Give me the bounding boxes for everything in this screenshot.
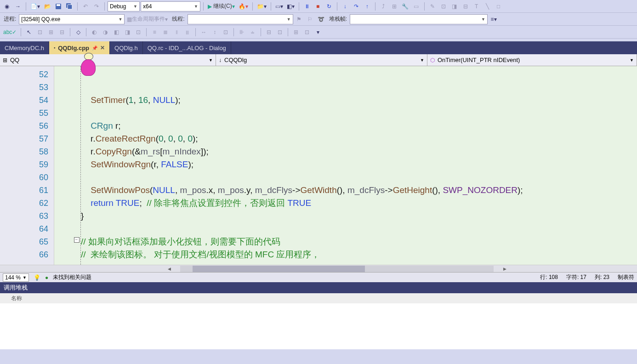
- ed-9-button[interactable]: ⊡: [133, 27, 143, 37]
- edit-2-button[interactable]: ⊡: [438, 1, 449, 11]
- thread-dropdown[interactable]: ▼: [188, 14, 293, 24]
- go-button[interactable]: ➰: [316, 14, 326, 24]
- tabs-indicator[interactable]: 制表符: [618, 273, 634, 281]
- breakpoint-margin[interactable]: [54, 66, 73, 265]
- sz-2-button[interactable]: ↕: [210, 27, 220, 37]
- guides-button[interactable]: ⊡: [302, 27, 312, 37]
- ed-2-button[interactable]: ⊞: [46, 27, 56, 37]
- lifecycle-button[interactable]: ▦ 生命周期事件 ▾: [125, 14, 169, 24]
- stackframe-dropdown[interactable]: ▼: [350, 14, 488, 24]
- toolbar-debug: 进程: [32548] QQ.exe▼ ▦ 生命周期事件 ▾ 线程: ▼ ⚑ ⚐…: [0, 13, 637, 26]
- code-content[interactable]: SetTimer(1, 16, NULL); CRgn r; r.CreateR…: [81, 66, 637, 265]
- stackframe-label: 堆栈帧:: [327, 15, 349, 23]
- bookmark-button[interactable]: ◇: [73, 27, 83, 37]
- step-into-button[interactable]: ↓: [340, 1, 350, 11]
- issues-text: 未找到相关问题: [53, 273, 91, 281]
- overflow-button[interactable]: ≡▾: [489, 14, 499, 24]
- cursor-button[interactable]: ↖: [24, 27, 34, 37]
- folder-button[interactable]: 📁▾: [256, 1, 268, 11]
- new-item-button[interactable]: 📄▾: [29, 1, 41, 11]
- config-dropdown[interactable]: Debug▼: [108, 1, 140, 11]
- layout-button[interactable]: ▭▾: [274, 1, 284, 11]
- tab-qq-rc[interactable]: QQ.rc - IDD_...ALOG - Dialog: [143, 41, 231, 54]
- nav-back-button[interactable]: ◉: [2, 1, 12, 11]
- ed-5-button[interactable]: ◐: [89, 27, 99, 37]
- undo-button[interactable]: ↶: [80, 1, 91, 11]
- nav-fwd-button[interactable]: →: [13, 1, 23, 11]
- ar-2-button[interactable]: ⊡: [275, 27, 285, 37]
- save-button[interactable]: [53, 1, 63, 11]
- grid-button[interactable]: ⊞: [291, 27, 301, 37]
- ed-8-button[interactable]: ◨: [122, 27, 132, 37]
- stop-button[interactable]: ■: [313, 1, 323, 11]
- spellcheck-button[interactable]: abc✓: [2, 27, 18, 37]
- scroll-left-button[interactable]: ◀: [165, 267, 173, 271]
- al-2-button[interactable]: ≣: [160, 27, 171, 37]
- pause-button[interactable]: ⏸: [302, 1, 312, 11]
- flag-1-button[interactable]: ⚑: [294, 14, 304, 24]
- misc-3-button[interactable]: ▭: [411, 1, 421, 11]
- edit-1-button[interactable]: ✎: [427, 1, 438, 11]
- sz-1-button[interactable]: ↔: [199, 27, 209, 37]
- check-icon: ●: [45, 274, 48, 281]
- toolbar-editor: abc✓ ↖ ⊡ ⊞ ⊟ ◇ ◐ ◑ ◧ ◨ ⊡ ≡ ≣ ⫴ ⫼ ↔ ↕ ⊡ ⊪…: [0, 26, 637, 39]
- col-indicator[interactable]: 列: 23: [595, 273, 609, 281]
- lightbulb-icon[interactable]: 💡: [34, 274, 40, 281]
- ed-7-button[interactable]: ◧: [111, 27, 121, 37]
- al-4-button[interactable]: ⫼: [182, 27, 193, 37]
- tab-cmemorydc[interactable]: CMemoryDC.h: [0, 41, 49, 54]
- ed-3-button[interactable]: ⊟: [57, 27, 67, 37]
- method-icon: ⬡: [430, 57, 435, 63]
- platform-dropdown[interactable]: x64▼: [141, 1, 200, 11]
- edit-4-button[interactable]: ⊟: [461, 1, 471, 11]
- member-dropdown[interactable]: ⬡ OnTimer(UINT_PTR nIDEvent)▼: [427, 54, 637, 66]
- code-editor[interactable]: 525354555657585960616263646566 − SetTime…: [0, 66, 637, 265]
- save-all-button[interactable]: [64, 1, 74, 11]
- sp-1-button[interactable]: ⊪: [237, 27, 247, 37]
- ed-1-button[interactable]: ⊡: [35, 27, 45, 37]
- text-button[interactable]: T: [472, 1, 482, 11]
- hot-reload-button[interactable]: 🔥▾: [237, 1, 250, 11]
- ar-1-button[interactable]: ⊟: [264, 27, 274, 37]
- process-dropdown[interactable]: [32548] QQ.exe▼: [19, 14, 125, 24]
- step-out-button[interactable]: ↑: [362, 1, 372, 11]
- pin-icon[interactable]: 📌: [92, 46, 97, 51]
- ed-6-button[interactable]: ◑: [100, 27, 110, 37]
- window-button[interactable]: ◧▾: [285, 1, 296, 11]
- callstack-header[interactable]: 调用堆栈: [0, 282, 637, 293]
- overflow-2-button[interactable]: ▾: [313, 27, 323, 37]
- class-arrow-icon: ↓: [219, 57, 222, 63]
- line-button[interactable]: ╲: [483, 1, 493, 11]
- scroll-right-button[interactable]: ▶: [501, 267, 508, 271]
- callstack-body[interactable]: [0, 303, 637, 349]
- callstack-columns[interactable]: 名称: [0, 293, 637, 303]
- restart-button[interactable]: ↻: [324, 1, 334, 11]
- tab-qqdlg-cpp[interactable]: ▪ QQDlg.cpp 📌 ✕: [49, 41, 110, 54]
- zoom-dropdown[interactable]: 144 %▼: [3, 273, 29, 282]
- flag-2-button[interactable]: ⚐: [305, 14, 315, 24]
- class-dropdown[interactable]: ↓ CQQDlg▼: [216, 54, 427, 66]
- edit-3-button[interactable]: ◨: [449, 1, 460, 11]
- misc-2-button[interactable]: ⊞: [389, 1, 399, 11]
- misc-1-button[interactable]: ⤴: [378, 1, 388, 11]
- open-button[interactable]: 📂: [42, 1, 52, 11]
- document-tabs: CMemoryDC.h ▪ QQDlg.cpp 📌 ✕ QQDlg.h QQ.r…: [0, 41, 637, 54]
- al-3-button[interactable]: ⫴: [171, 27, 182, 37]
- redo-button[interactable]: ↷: [91, 1, 102, 11]
- step-over-button[interactable]: ↷: [351, 1, 361, 11]
- editor-status-bar: 144 %▼ 💡 ● 未找到相关问题 行: 108 字符: 17 列: 23 制…: [0, 272, 637, 282]
- fold-column[interactable]: −: [73, 66, 81, 265]
- tools-button[interactable]: 🔧: [400, 1, 410, 11]
- scope-dropdown[interactable]: ⊞ QQ▼: [0, 54, 216, 66]
- al-1-button[interactable]: ≡: [149, 27, 159, 37]
- close-icon[interactable]: ✕: [100, 45, 105, 51]
- sp-2-button[interactable]: ⫨: [248, 27, 258, 37]
- line-indicator[interactable]: 行: 108: [540, 273, 558, 281]
- sz-3-button[interactable]: ⊡: [221, 27, 231, 37]
- continue-button[interactable]: ▶ 继续(C) ▾: [206, 1, 236, 11]
- char-indicator[interactable]: 字符: 17: [566, 273, 586, 281]
- rect-button[interactable]: □: [494, 1, 504, 11]
- editor-hscroll[interactable]: ◀ ▶: [0, 265, 637, 272]
- tab-qqdlg-h[interactable]: QQDlg.h: [110, 41, 143, 54]
- scroll-thumb[interactable]: [193, 266, 365, 272]
